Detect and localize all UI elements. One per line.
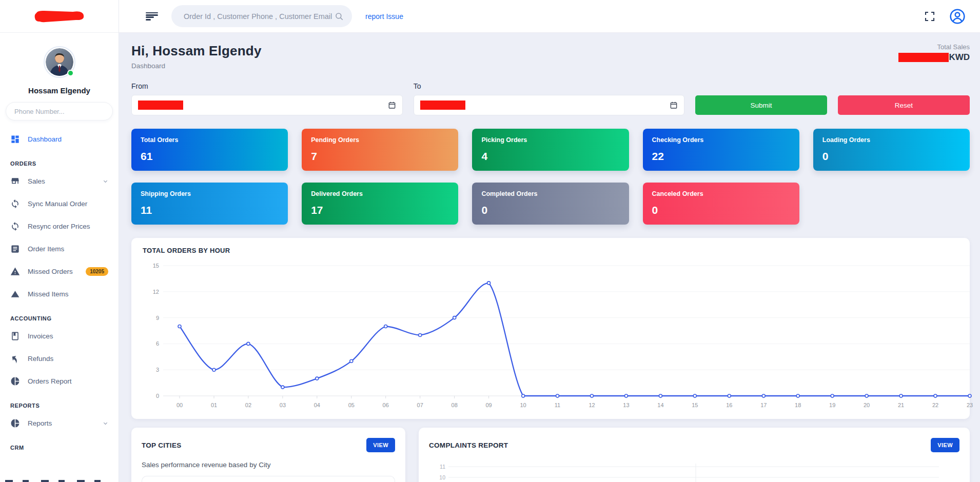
svg-text:19: 19 [829,402,835,408]
topbar: report Issue [119,0,980,33]
menu-toggle-icon[interactable] [146,12,158,21]
sidebar-item-missed-items[interactable]: Missed Items [0,283,119,305]
top-cities-view-button[interactable]: VIEW [366,438,395,452]
total-sales-currency: KWD [949,52,970,63]
stat-card-total-orders: Total Orders61 [131,129,288,171]
sidebar-item-dashboard[interactable]: Dashboard [0,128,119,150]
complaints-view-button[interactable]: VIEW [931,438,959,452]
sidebar-item-label: Dashboard [28,135,62,143]
search-icon[interactable] [335,12,344,21]
nav-section-reports: REPORTS [0,392,119,412]
sidebar-nav: DashboardORDERSSalesSync Manual OrderRes… [0,120,119,482]
sidebar-item-label: Missed Items [28,290,69,298]
submit-button[interactable]: Submit [695,95,827,115]
main-area: report Issue Hi, Hossam Elgendy Dashboar… [119,0,980,482]
stat-value: 7 [311,150,449,163]
stat-value: 0 [481,204,619,216]
stat-card-completed-orders: Completed Orders0 [472,183,629,225]
sidebar-item-label: Reports [28,419,52,427]
stat-label: Delivered Orders [311,190,449,197]
svg-text:3: 3 [156,367,159,373]
triangle-icon [10,289,20,299]
stat-label: Shipping Orders [141,190,279,197]
date-filter-row: From To [131,82,970,115]
sidebar-item-label: Missed Orders [28,268,73,275]
avatar [44,46,75,78]
reset-button[interactable]: Reset [838,95,970,115]
stat-card-picking-orders: Picking Orders4 [472,129,629,171]
online-status-dot [67,70,74,76]
sidebar-item-sync-manual-order[interactable]: Sync Manual Order [0,192,119,215]
orders-by-hour-chart: 0369121500010203040506070809101112131415… [140,258,966,416]
chevron-down-icon [103,420,108,426]
warning-icon [10,267,20,276]
stat-value: 11 [141,204,279,216]
calendar-icon[interactable] [388,101,396,109]
sidebar-item-refunds[interactable]: Refunds [0,347,119,370]
sync-icon [10,222,20,231]
missed-orders-count-badge: 10205 [86,267,108,276]
phone-number-input[interactable] [6,102,113,120]
to-date-input[interactable] [414,95,685,115]
sidebar-item-resync-order-prices[interactable]: Resync order Prices [0,215,119,237]
svg-text:21: 21 [898,402,904,408]
complaints-title: COMPLAINTS REPORT [429,441,508,449]
svg-text:11: 11 [440,464,445,470]
orders-by-hour-title: TOTAL ORDERS BY HOUR [140,247,966,254]
report-icon [10,418,20,428]
svg-text:10: 10 [520,402,526,408]
fullscreen-icon[interactable] [924,10,936,23]
svg-text:12: 12 [589,402,595,408]
svg-text:17: 17 [760,402,767,408]
svg-text:07: 07 [417,402,423,408]
svg-text:16: 16 [726,402,732,408]
sidebar-item-label: Invoices [28,332,53,340]
svg-text:23: 23 [967,402,973,408]
from-date-input[interactable] [131,95,403,115]
stat-card-loading-orders: Loading Orders0 [813,129,970,171]
sidebar-item-invoices[interactable]: Invoices [0,325,119,347]
sales-icon [10,176,20,186]
stat-value: 22 [652,150,790,163]
from-date-redacted-value [138,101,183,110]
svg-text:03: 03 [280,402,286,408]
svg-text:15: 15 [692,402,698,408]
svg-text:22: 22 [932,402,938,408]
search-input[interactable] [184,12,335,21]
sidebar-item-reports[interactable]: Reports [0,412,119,434]
stat-label: Picking Orders [481,136,619,144]
nav-section-crm: CRM [0,434,119,454]
sidebar-item-order-items[interactable]: Order Items [0,237,119,260]
stat-label: Checking Orders [652,136,790,144]
document-icon [10,244,20,254]
svg-text:15: 15 [153,263,159,269]
report-issue-link[interactable]: report Issue [365,12,403,21]
top-cities-title: TOP CITIES [142,441,182,449]
svg-text:18: 18 [795,402,801,408]
sidebar-item-orders-report[interactable]: Orders Report [0,370,119,392]
svg-text:06: 06 [383,402,389,408]
user-profile: Hossam Elgendy [0,33,119,120]
report-icon [10,376,20,386]
stat-card-pending-orders: Pending Orders7 [302,129,458,171]
stat-label: Pending Orders [311,136,449,144]
from-label: From [131,82,403,90]
calendar-icon[interactable] [670,101,678,109]
sidebar-item-label: Order Items [28,245,64,253]
stat-card-canceled-orders: Canceled Orders0 [643,183,799,225]
sidebar-item-missed-orders[interactable]: Missed Orders10205 [0,260,119,283]
stat-value: 61 [141,150,279,163]
svg-text:04: 04 [314,402,320,408]
svg-text:10: 10 [439,474,445,480]
stat-label: Loading Orders [822,136,961,144]
brand-logo-redacted[interactable] [32,8,87,25]
svg-text:6: 6 [156,340,159,347]
sidebar-item-sales[interactable]: Sales [0,170,119,192]
svg-text:08: 08 [452,402,458,408]
account-icon[interactable] [949,8,966,25]
svg-text:01: 01 [211,402,217,408]
breadcrumb: Dashboard [131,62,262,70]
sidebar-item-label: Refunds [28,355,53,363]
top-cities-subtitle: Sales performance revenue based by City [142,461,395,469]
stat-value: 0 [822,150,961,163]
